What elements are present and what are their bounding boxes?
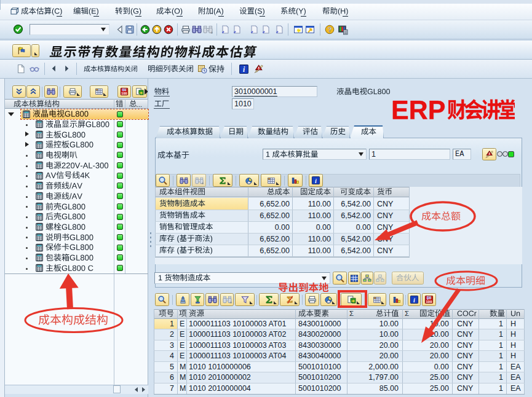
svg-text:+: + (210, 30, 213, 35)
svg-text:i: i (413, 297, 415, 304)
svg-text:100: 100 (426, 300, 432, 304)
svg-text:+: + (201, 181, 204, 184)
svg-text:100: 100 (121, 92, 127, 95)
svg-text:i: i (315, 178, 317, 184)
svg-text:+: + (229, 300, 232, 304)
svg-text:?: ? (328, 26, 332, 33)
